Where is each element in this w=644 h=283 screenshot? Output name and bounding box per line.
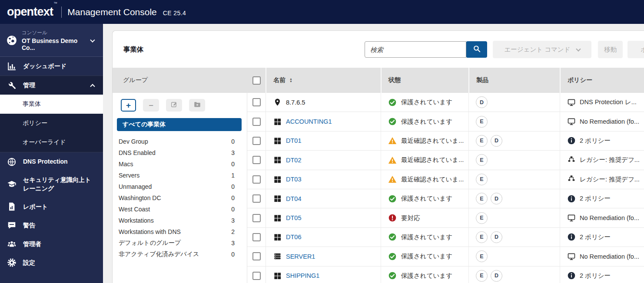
remove-group-button[interactable]: − xyxy=(143,99,159,112)
entity-name-link[interactable]: SERVER1 xyxy=(286,253,315,260)
checkbox-cell xyxy=(247,132,266,151)
sidebar-item[interactable]: ダッシュボード xyxy=(0,57,103,76)
checkbox-cell xyxy=(247,170,266,189)
product-badge-e: E xyxy=(476,135,488,147)
group-item[interactable]: デフォルトのグループ3 xyxy=(113,237,247,249)
edit-group-button[interactable] xyxy=(166,99,182,112)
status-text: 保護されています xyxy=(401,98,452,106)
group-item[interactable]: Servers1 xyxy=(113,170,247,181)
group-item[interactable]: Workstations3 xyxy=(113,215,247,226)
entity-name-link[interactable]: DT01 xyxy=(286,137,301,144)
nav-section: 管理事業体ポリシーオーバーライド xyxy=(0,76,103,152)
group-item[interactable]: Washington DC0 xyxy=(113,192,247,204)
column-header-name[interactable]: 名前 ▲ ▼ xyxy=(266,68,381,93)
all-entities-item[interactable]: すべての事業体 xyxy=(117,118,242,131)
agent-commands-button[interactable]: エージェント コマンド xyxy=(493,41,591,58)
move-to-folder-button[interactable] xyxy=(189,99,205,112)
row-checkbox[interactable] xyxy=(252,214,261,222)
group-count: 3 xyxy=(231,149,235,156)
status-cell: 最近確認されていま... xyxy=(381,132,468,151)
products-cell: ED xyxy=(468,132,560,151)
entity-name-link[interactable]: DT05 xyxy=(286,214,301,221)
product-badge-e: E xyxy=(476,270,488,282)
row-checkbox[interactable] xyxy=(252,252,261,260)
group-name: West Coast xyxy=(119,206,150,213)
status-attention-icon xyxy=(388,214,397,222)
sidebar-subitem[interactable]: 事業体 xyxy=(0,95,103,114)
sidebar-nav: ダッシュボード管理事業体ポリシーオーバーライドDNS Protectionセキュ… xyxy=(0,57,103,272)
status-cell: 要対応 xyxy=(381,208,468,227)
console-selector[interactable]: コンソール OT Business Demo Co... xyxy=(0,24,103,57)
status-text: 保護されています xyxy=(401,252,452,260)
table-row: DT06保護されていますED2 ポリシー xyxy=(247,228,644,247)
sidebar-item[interactable]: DNS Protection xyxy=(0,152,103,171)
group-count: 0 xyxy=(231,194,235,201)
dashboard-icon xyxy=(7,62,17,71)
sidebar-item[interactable]: 管理 xyxy=(0,76,103,95)
sidebar-item[interactable]: 警告 xyxy=(0,216,103,235)
entity-name-link[interactable]: DT06 xyxy=(286,234,301,240)
table-row: DT04保護されていますED2 ポリシー xyxy=(247,189,644,208)
group-count: 3 xyxy=(231,217,235,224)
policy-cell: 2 ポリシー xyxy=(560,132,644,151)
group-item[interactable]: Dev Group0 xyxy=(113,136,247,147)
sort-icon[interactable]: ▲ ▼ xyxy=(289,78,292,82)
policy-text: レガシー: 推奨デフ... xyxy=(580,175,640,184)
group-item[interactable]: Workstations with DNS2 xyxy=(113,226,247,237)
search-input[interactable] xyxy=(365,41,466,58)
entity-name-link[interactable]: DT02 xyxy=(286,157,301,164)
row-checkbox[interactable] xyxy=(252,137,261,145)
table-row: SHIPPING1保護されていますED2 ポリシー xyxy=(247,267,644,283)
status-text: 保護されています xyxy=(401,118,452,126)
group-item[interactable]: West Coast0 xyxy=(113,204,247,215)
checkbox-cell xyxy=(247,228,266,247)
groups-toolbar: + − xyxy=(113,93,247,112)
row-checkbox[interactable] xyxy=(252,118,261,126)
group-count: 0 xyxy=(231,251,235,258)
alert-icon xyxy=(7,220,17,230)
name-cell: DT02 xyxy=(266,151,381,170)
sidebar-item[interactable]: 管理者 xyxy=(0,235,103,253)
products-cell: ED xyxy=(468,267,560,283)
group-count: 3 xyxy=(231,240,235,247)
entity-name-link[interactable]: SHIPPING1 xyxy=(286,272,319,279)
row-checkbox[interactable] xyxy=(252,98,261,106)
group-item[interactable]: Macs0 xyxy=(113,158,247,170)
groups-pane: グループ + − すべての事業体 Dev Group0DNS Enabled3M… xyxy=(113,68,247,283)
status-text: 保護されています xyxy=(401,194,452,203)
select-all-checkbox[interactable] xyxy=(252,76,261,85)
row-checkbox[interactable] xyxy=(252,233,261,241)
table-row: DT05要対応ENo Remediation (fo... xyxy=(247,208,644,227)
sidebar-item[interactable]: レポート xyxy=(0,197,103,216)
row-checkbox[interactable] xyxy=(252,175,261,184)
sidebar-item[interactable]: セキュリティ意識向上トレーニング xyxy=(0,171,103,197)
move-button[interactable]: 移動 xyxy=(598,41,623,58)
product-badge-d: D xyxy=(491,270,502,282)
policy-cell: No Remediation (fo... xyxy=(560,247,644,266)
sidebar-subitem[interactable]: ポリシー xyxy=(0,114,103,133)
sidebar-subitem[interactable]: オーバーライド xyxy=(0,133,103,152)
row-checkbox[interactable] xyxy=(252,194,261,203)
product-badge-e: E xyxy=(476,116,488,128)
group-item[interactable]: DNS Enabled3 xyxy=(113,147,247,158)
policy-cell: レガシー: 推奨デフ... xyxy=(560,170,644,189)
group-item[interactable]: 非アクティブ化済みデバイス0 xyxy=(113,249,247,260)
group-item[interactable]: Unmanaged0 xyxy=(113,181,247,192)
row-checkbox[interactable] xyxy=(252,156,261,164)
table-row: ACCOUNTING1保護されていますENo Remediation (fo..… xyxy=(247,112,644,131)
entities-panel: 事業体 エージェント コマンド 移動 ポリシー xyxy=(112,30,644,283)
entity-name-link[interactable]: DT03 xyxy=(286,176,301,183)
add-group-button[interactable]: + xyxy=(121,99,136,112)
sidebar-item[interactable]: 設定 xyxy=(0,253,103,272)
info-icon xyxy=(567,194,576,203)
entity-name-link[interactable]: DT04 xyxy=(286,195,301,202)
name-cell: SERVER1 xyxy=(266,247,381,266)
console-label: コンソール xyxy=(22,30,86,36)
policy-text: No Remediation (fo... xyxy=(580,118,639,125)
entity-name-link[interactable]: ACCOUNTING1 xyxy=(286,118,332,125)
page-title: 事業体 xyxy=(123,45,144,54)
search-button[interactable] xyxy=(466,41,487,58)
policies-button[interactable]: ポリシー xyxy=(627,41,644,58)
row-checkbox[interactable] xyxy=(252,272,261,280)
product-badge-d: D xyxy=(491,193,502,204)
